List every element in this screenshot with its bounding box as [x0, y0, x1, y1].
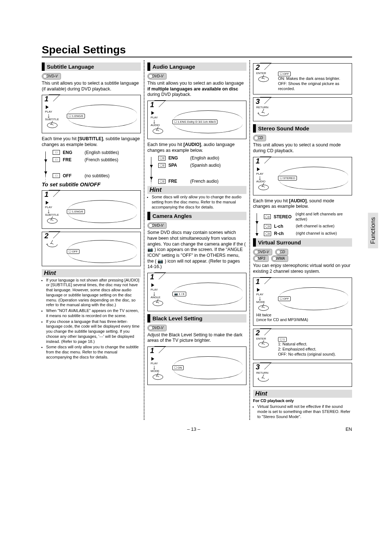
dvd-v-icon: DVD-V: [147, 222, 167, 229]
black-level-body: Adjust the Black Level Setting to make t…: [147, 332, 246, 344]
subtitle-step-1: 1 PLAY ↓ SUBTITLE ☐ 1.ENG/6: [42, 95, 141, 133]
camera-angles-head: Camera Angles: [147, 212, 246, 220]
side-tab-functions: Functions: [368, 213, 378, 248]
lang-code: EN: [346, 426, 352, 432]
step-number: 1: [42, 95, 51, 104]
stereo-sound-head: Stereo Sound Mode: [253, 124, 352, 133]
audio-lang-list: ··· ◯))ENG(English audio) ◯))SPA(Spanish…: [147, 155, 246, 184]
svg-point-8: [258, 342, 269, 347]
column-2: Audio Language DVD-V This unit allows yo…: [144, 60, 250, 420]
svg-point-1: [47, 218, 57, 223]
black-level-step-3: 3 RETURN: [253, 97, 352, 121]
svg-point-6: [258, 185, 269, 190]
hint-head: Hint: [253, 390, 352, 398]
dvd-v-icon: DVD-V: [147, 325, 167, 331]
vs-step-3: 3 RETURN: [253, 363, 352, 387]
stereo-intro: This unit allows you to select a sound m…: [253, 142, 352, 154]
black-level-head: Black Level Setting: [147, 314, 246, 323]
dvd-v-icon: DVD-V: [147, 73, 167, 80]
hint-head: Hint: [42, 269, 141, 277]
hint-list: If your language is not shown after pres…: [42, 278, 141, 360]
audio-language-head: Audio Language: [147, 62, 246, 71]
column-1: Subtitle Language DVD-V This unit allows…: [42, 60, 144, 420]
svg-point-0: [47, 123, 57, 128]
angle-step-1: 1 PLAY ↓ ANGLE 📷 1 / 8: [147, 273, 246, 311]
hint-list: Some discs will only allow you to change…: [147, 195, 246, 210]
hint-head: Hint: [147, 186, 246, 194]
svg-point-7: [258, 305, 269, 311]
footer: – 13 – EN: [42, 426, 352, 432]
camera-body: Some DVD discs may contain scenes which …: [147, 230, 246, 270]
audio-step-1: 1 PLAY ↓ AUDIO ☐ 1.ENG Dolby D 3/2.1ch 4…: [147, 101, 246, 139]
svg-point-4: [153, 374, 163, 380]
column-3: Functions 2 ENTER ☐ OFF ON: Makes the da…: [250, 60, 352, 420]
press-icon: [45, 121, 60, 129]
wma-icon: WMA: [271, 255, 288, 262]
dvd-v-icon: DVD-V: [42, 73, 61, 80]
stereo-step-1: 1 PLAY ↓ AUDIO ☐ STEREO: [253, 157, 352, 195]
set-subtitle-onoff-head: To set subtitle ON/OFF: [42, 181, 141, 187]
vs-intro: You can enjoy stereophonic virtual world…: [253, 263, 352, 274]
vs-step-2: 2 ENTER ☐ 1 1: Natural effect. 2: Emphas…: [253, 329, 352, 360]
subtitle-onoff-step-1: 1 PLAY ↓ SUBTITLE ☐ 1.ENG/6: [42, 190, 141, 229]
black-level-step-1: 1 PLAY ↓ MODE ☐ ON: [147, 347, 246, 385]
osd-display: ☐ 1.ENG/6: [67, 114, 85, 118]
subtitle-cycle: Each time you hit [SUBTITLE], subtitle l…: [42, 136, 141, 147]
stereo-mode-list: ◯))STEREO(right and left channels are ac…: [253, 212, 352, 236]
audio-cycle: Each time you hit [AUDIO], audio languag…: [147, 142, 246, 153]
subtitle-language-head: Subtitle Language: [42, 62, 141, 71]
svg-point-2: [153, 129, 163, 134]
stereo-cycle: Each time you hit [AUDIO], sound mode ch…: [253, 198, 352, 210]
black-level-step-2: 2 ENTER ☐ OFF ON: Makes the dark areas b…: [253, 63, 352, 94]
page-title: Special Settings: [42, 44, 352, 57]
subtitle-onoff-step-2: 2 ☐ OFF: [42, 232, 141, 266]
hint-list: Virtual Surround will not be effective i…: [253, 404, 352, 419]
format-icons: DVD-V CD MP3 WMA: [253, 249, 352, 262]
dvd-v-icon: DVD-V: [253, 249, 272, 255]
cd-icon: CD: [253, 135, 266, 141]
hint-sub: For CD playback only: [253, 398, 352, 404]
subtitle-intro: This unit allows you to select a subtitl…: [42, 81, 141, 92]
audio-intro: This unit allows you to select an audio …: [147, 81, 246, 98]
page-number: – 13 –: [42, 426, 346, 432]
virtual-surround-head: Virtual Surround: [253, 238, 352, 247]
svg-point-5: [258, 77, 269, 82]
svg-point-3: [153, 301, 163, 306]
cd-icon: CD: [275, 249, 288, 255]
vs-step-1: 1 PLAY ↓ MODE ☐ OFF Hit twice: [253, 278, 352, 326]
mp3-icon: MP3: [253, 255, 269, 262]
subtitle-lang-list: ··· ☐ENG(English subtitles) ☐FRE(French …: [42, 150, 141, 178]
